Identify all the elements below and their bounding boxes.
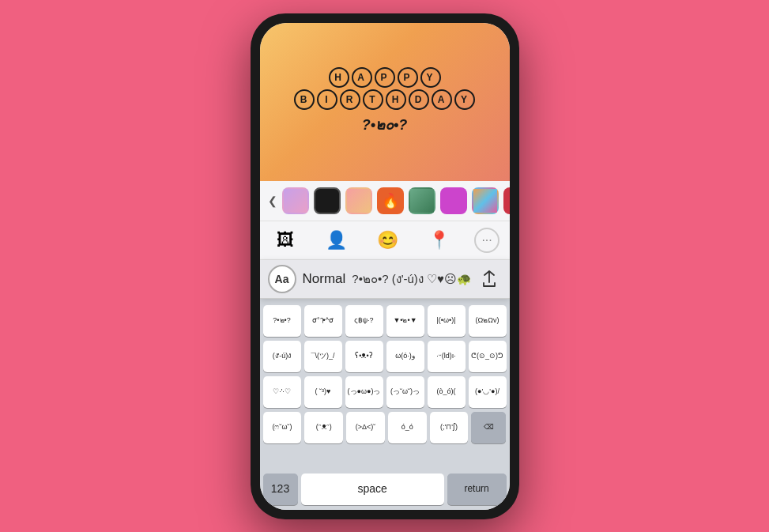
font-symbols[interactable]: ?•๒๐•? (ง'-ú)ง ♡♥☹🐢シ <box>352 270 469 289</box>
letter-ay: A <box>432 89 452 110</box>
key-row-2: (ง'-ú)ง ¯\(ツ)_/ ʕ•ᴥ•ʔ ω(ό·)و ·ᵕ(ld)ı· ᕦ(… <box>263 341 507 372</box>
bg-option-red[interactable]: 🎀 <box>503 187 510 214</box>
letter-t: T <box>363 89 383 110</box>
bottom-bar: 123 space return <box>260 470 510 510</box>
letter-hh: H <box>386 89 406 110</box>
bg-option-purple[interactable] <box>440 187 467 214</box>
font-aa-button[interactable]: Aa <box>268 265 296 293</box>
letter-h: H <box>329 67 349 88</box>
key-1-3[interactable]: ς฿ψ·? <box>345 305 383 337</box>
key-2-1[interactable]: (ง'-ú)ง <box>263 341 301 372</box>
keyboard: ?•๒•? ơ°ๅ•^ơ ς฿ψ·? ▼•๒•▼ |(•ω•)| (Ω๒Ωv) … <box>260 299 510 470</box>
key-2-6[interactable]: ᕦ(⊙_⊙)ᕤ <box>469 341 507 372</box>
key-row-1: ?•๒•? ơ°ๅ•^ơ ς฿ψ·? ▼•๒•▼ |(•ω•)| (Ω๒Ωv) <box>263 305 507 337</box>
key-2-5[interactable]: ·ᵕ(ld)ı· <box>428 341 466 372</box>
letter-yy: Y <box>454 89 475 110</box>
story-area: H A P P Y B I R T H D A Y ?•๒๐•? <box>260 23 510 181</box>
key-1-4[interactable]: ▼•๒•▼ <box>386 305 424 337</box>
key-3-4[interactable]: (っ˘ω˘)っ <box>386 376 424 408</box>
key-row-4: (ෆ˘ω˘) (ᵔᴥᵔ) (>Δ<)˘ ó_ó (;'⊓'ʃ) ⌫ <box>263 412 507 443</box>
key-3-5[interactable]: (ò_ó)( <box>428 376 466 408</box>
letter-y: Y <box>420 67 441 88</box>
font-normal-label[interactable]: Normal <box>303 271 346 287</box>
letter-a: A <box>352 67 372 88</box>
sticker-image-btn[interactable]: 🖼 <box>270 226 301 255</box>
bg-option-green[interactable] <box>409 187 435 214</box>
key-3-3[interactable]: (っ●ω●)っ <box>345 376 383 408</box>
sticker-person-btn[interactable]: 👤 <box>321 226 352 255</box>
letter-b: B <box>294 89 315 110</box>
num-key[interactable]: 123 <box>263 474 298 505</box>
key-2-4[interactable]: ω(ό·)و <box>386 341 424 372</box>
font-toolbar: Aa Normal ?•๒๐•? (ง'-ú)ง ♡♥☹🐢シ <box>260 260 510 299</box>
delete-key[interactable]: ⌫ <box>471 412 506 443</box>
bg-option-1[interactable] <box>282 187 309 214</box>
key-2-3[interactable]: ʕ•ᴥ•ʔ <box>345 341 383 372</box>
key-1-2[interactable]: ơ°ๅ•^ơ <box>304 305 342 337</box>
space-key[interactable]: space <box>301 474 444 505</box>
return-key[interactable]: return <box>447 474 507 505</box>
sticker-more-btn[interactable]: ··· <box>474 228 499 253</box>
letter-d: D <box>409 89 429 110</box>
key-1-6[interactable]: (Ω๒Ωv) <box>469 305 507 337</box>
bg-option-orange[interactable]: 🔥 <box>377 187 404 214</box>
sticker-toolbar: 🖼 👤 😊 📍 ··· <box>260 221 510 260</box>
key-4-2[interactable]: (ᵔᴥᵔ) <box>304 412 343 443</box>
bg-option-colorful[interactable] <box>472 187 499 214</box>
key-4-1[interactable]: (ෆ˘ω˘) <box>263 412 302 443</box>
bg-arrow-left[interactable]: ❮ <box>268 193 277 209</box>
letter-p1: P <box>375 67 395 88</box>
key-4-4[interactable]: ó_ó <box>388 412 427 443</box>
sticker-location-btn[interactable]: 📍 <box>423 226 454 255</box>
letter-r: R <box>340 89 360 110</box>
key-2-2[interactable]: ¯\(ツ)_/ <box>304 341 342 372</box>
sticker-emoji-btn[interactable]: 😊 <box>371 226 403 255</box>
share-button[interactable] <box>477 266 502 292</box>
key-4-5[interactable]: (;'⊓'ʃ) <box>430 412 469 443</box>
letter-p2: P <box>398 67 418 88</box>
key-3-1[interactable]: ♡·'·♡ <box>263 376 301 408</box>
bg-option-black[interactable] <box>314 187 341 214</box>
background-selector[interactable]: ❮ 🔥 🎀 ⊞ <box>260 181 510 221</box>
key-row-3: ♡·'·♡ ( ˘³)♥ (っ●ω●)っ (っ˘ω˘)っ (ò_ó)( (●'◡… <box>263 376 507 408</box>
key-4-3[interactable]: (>Δ<)˘ <box>346 412 385 443</box>
letter-i: I <box>317 89 337 110</box>
phone-screen: H A P P Y B I R T H D A Y ?•๒๐•? <box>260 23 510 510</box>
key-3-2[interactable]: ( ˘³)♥ <box>304 376 342 408</box>
key-1-1[interactable]: ?•๒•? <box>263 305 301 337</box>
key-1-5[interactable]: |(•ω•)| <box>428 305 466 337</box>
year-text: ?•๒๐•? <box>362 113 408 136</box>
key-3-6[interactable]: (●'◡'●)/ <box>469 376 507 408</box>
bg-option-gradient[interactable] <box>345 187 372 214</box>
phone-frame: H A P P Y B I R T H D A Y ?•๒๐•? <box>251 13 519 519</box>
birthday-text: H A P P Y B I R T H D A Y <box>294 67 475 110</box>
